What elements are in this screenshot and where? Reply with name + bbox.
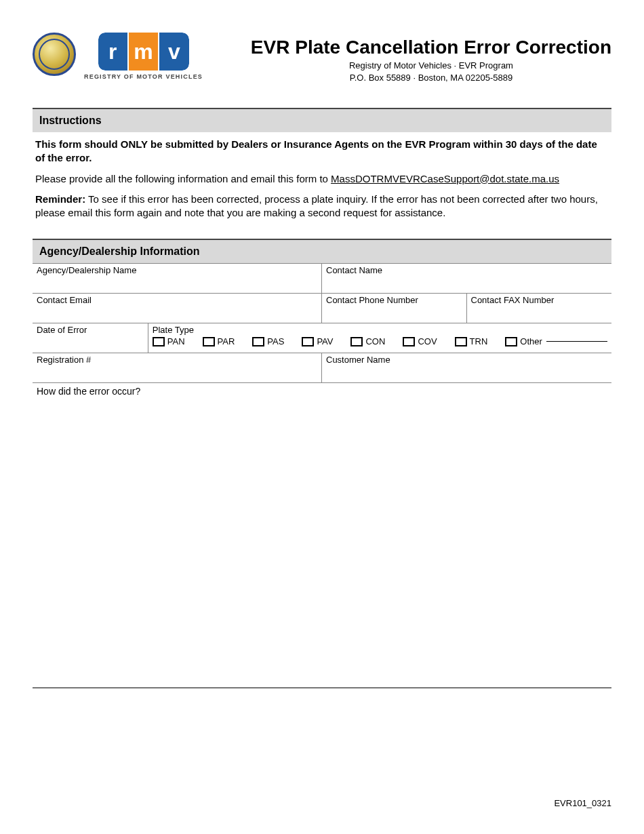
input-contact-email[interactable] xyxy=(37,305,317,320)
rmv-logo-block: r m v REGISTRY OF MOTOR VEHICLES xyxy=(84,33,203,80)
cell-customer-name: Customer Name xyxy=(322,353,611,382)
checkbox-pan-label: PAN xyxy=(167,336,185,346)
label-contact-name: Contact Name xyxy=(326,265,607,275)
cell-contact-phone: Contact Phone Number xyxy=(322,294,467,323)
label-plate-type: Plate Type xyxy=(153,325,607,335)
cell-date-of-error: Date of Error xyxy=(33,323,148,353)
page-title: EVR Plate Cancellation Error Correction xyxy=(251,37,611,58)
label-contact-fax: Contact FAX Number xyxy=(471,295,608,305)
checkbox-con[interactable]: CON xyxy=(350,336,385,346)
instructions-p2-pre: Please provide all the following informa… xyxy=(35,173,331,184)
checkbox-pav-label: PAV xyxy=(317,336,333,346)
checkbox-pav[interactable]: PAV xyxy=(302,336,333,346)
address-line: P.O. Box 55889 · Boston, MA 02205-5889 xyxy=(251,72,611,84)
label-error-occur: How did the error occur? xyxy=(33,383,611,397)
instructions-p1: This form should ONLY be submitted by De… xyxy=(35,138,609,165)
input-contact-fax[interactable] xyxy=(471,305,608,320)
label-contact-phone: Contact Phone Number xyxy=(326,295,462,305)
checkbox-box-icon xyxy=(350,337,363,346)
input-error-description[interactable] xyxy=(33,397,611,688)
rmv-m-tile: m xyxy=(129,33,158,71)
row-name-contact: Agency/Dealership Name Contact Name xyxy=(33,264,611,294)
form-id-footer: EVR101_0321 xyxy=(554,798,611,808)
header: r m v REGISTRY OF MOTOR VEHICLES EVR Pla… xyxy=(33,33,611,83)
instructions-p2: Please provide all the following informa… xyxy=(35,172,609,186)
agency-grid: Agency/Dealership Name Contact Name Cont… xyxy=(33,263,611,688)
checkbox-box-icon xyxy=(455,337,467,346)
checkbox-cov[interactable]: COV xyxy=(403,336,437,346)
checkbox-par-label: PAR xyxy=(218,336,235,346)
title-block: EVR Plate Cancellation Error Correction … xyxy=(251,33,611,83)
input-contact-phone[interactable] xyxy=(326,305,462,320)
row-date-platetype: Date of Error Plate Type PAN PAR PAS PAV… xyxy=(33,323,611,353)
support-email-link[interactable]: MassDOTRMVEVRCaseSupport@dot.state.ma.us xyxy=(331,173,559,184)
checkbox-pan[interactable]: PAN xyxy=(153,336,185,346)
checkbox-box-icon xyxy=(403,337,415,346)
checkbox-other-label: Other xyxy=(520,336,542,346)
plate-type-options: PAN PAR PAS PAV CON COV TRN Other xyxy=(153,336,607,346)
label-contact-email: Contact Email xyxy=(37,295,317,305)
cell-registration: Registration # xyxy=(33,353,322,382)
rmv-r-tile: r xyxy=(98,33,127,71)
cell-contact-email: Contact Email xyxy=(33,294,322,323)
reminder-label: Reminder: xyxy=(35,193,85,205)
cell-agency-name: Agency/Dealership Name xyxy=(33,264,322,293)
checkbox-box-icon xyxy=(302,337,314,346)
input-customer-name[interactable] xyxy=(326,365,607,380)
checkbox-box-icon xyxy=(153,337,165,346)
input-date-of-error[interactable] xyxy=(37,335,144,350)
label-customer-name: Customer Name xyxy=(326,355,607,365)
state-seal-icon xyxy=(33,33,76,76)
org-line: Registry of Motor Vehicles · EVR Program xyxy=(251,60,611,72)
checkbox-other[interactable]: Other xyxy=(505,336,607,346)
label-date-of-error: Date of Error xyxy=(37,325,144,335)
other-underline xyxy=(546,341,607,342)
checkbox-box-icon xyxy=(252,337,264,346)
cell-contact-fax: Contact FAX Number xyxy=(467,294,612,323)
checkbox-pas[interactable]: PAS xyxy=(252,336,284,346)
checkbox-box-icon xyxy=(203,337,215,346)
checkbox-con-label: CON xyxy=(365,336,385,346)
checkbox-trn-label: TRN xyxy=(470,336,488,346)
label-registration: Registration # xyxy=(37,355,317,365)
reminder-body: To see if this error has been corrected,… xyxy=(35,193,598,218)
rmv-logo: r m v xyxy=(98,33,189,71)
checkbox-box-icon xyxy=(505,337,517,346)
label-agency-name: Agency/Dealership Name xyxy=(37,265,317,275)
row-contact-details: Contact Email Contact Phone Number Conta… xyxy=(33,294,611,323)
instructions-body: This form should ONLY be submitted by De… xyxy=(33,132,611,220)
checkbox-cov-label: COV xyxy=(418,336,437,346)
rmv-caption: REGISTRY OF MOTOR VEHICLES xyxy=(84,73,203,80)
input-agency-name[interactable] xyxy=(37,275,317,290)
row-reg-customer: Registration # Customer Name xyxy=(33,353,611,383)
instructions-p3: Reminder: To see if this error has been … xyxy=(35,193,609,220)
checkbox-par[interactable]: PAR xyxy=(203,336,235,346)
instructions-heading: Instructions xyxy=(33,108,611,132)
checkbox-pas-label: PAS xyxy=(267,336,284,346)
rmv-v-tile: v xyxy=(159,33,188,71)
input-registration[interactable] xyxy=(37,365,317,380)
row-error-occur: How did the error occur? xyxy=(33,383,611,688)
cell-plate-type: Plate Type PAN PAR PAS PAV CON COV TRN O… xyxy=(148,323,611,353)
checkbox-trn[interactable]: TRN xyxy=(455,336,488,346)
agency-heading: Agency/Dealership Information xyxy=(33,239,611,263)
input-contact-name[interactable] xyxy=(326,275,607,290)
cell-contact-name: Contact Name xyxy=(322,264,611,293)
